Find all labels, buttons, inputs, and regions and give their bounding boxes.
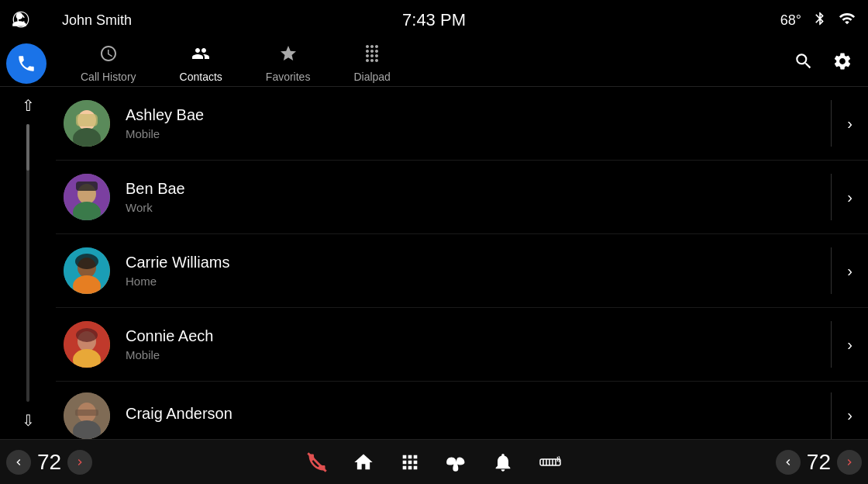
svg-point-11 <box>75 254 98 269</box>
connie-avatar-img <box>64 321 110 368</box>
svg-point-15 <box>76 328 98 342</box>
search-button[interactable] <box>794 51 814 76</box>
main-content: ⇧ ⇩ Ashley Bae Mobile › <box>0 87 868 439</box>
contact-avatar-ben <box>64 174 110 220</box>
tab-call-history[interactable]: Call History <box>59 40 158 88</box>
nav-tabs: Call History Contacts Favorites <box>59 40 794 88</box>
temp-increase-right[interactable] <box>837 450 862 475</box>
scroll-down-button[interactable]: ⇩ <box>16 408 40 433</box>
status-right: 68° <box>780 10 856 31</box>
contact-avatar-connie <box>64 321 110 368</box>
dialpad-icon <box>363 44 381 67</box>
ashley-avatar-img <box>64 100 110 147</box>
status-temperature: 68° <box>780 12 801 29</box>
nav-bar: Call History Contacts Favorites <box>0 40 868 87</box>
bottom-bar: 72 <box>0 439 868 484</box>
temp-decrease-right[interactable] <box>776 450 801 475</box>
contact-avatar-craig <box>64 392 110 439</box>
svg-rect-3 <box>76 114 98 126</box>
tab-favorites[interactable]: Favorites <box>244 40 332 88</box>
contact-info-connie: Connie Aech Mobile <box>126 327 815 361</box>
scroll-track <box>26 124 29 402</box>
svg-rect-19 <box>75 410 98 416</box>
contact-item-craig-anderson[interactable]: Craig Anderson › <box>56 382 868 439</box>
temp-value-left: 72 <box>37 450 61 475</box>
status-bar: Ⓒ John Smith 7:43 PM 68° <box>0 0 868 40</box>
contact-info-craig: Craig Anderson <box>126 405 815 426</box>
contact-chevron-connie[interactable]: › <box>847 336 852 354</box>
tab-dialpad[interactable]: Dialpad <box>332 40 412 88</box>
contact-type-ben: Work <box>126 201 815 214</box>
contact-item-ashley-bae[interactable]: Ashley Bae Mobile › <box>56 87 868 161</box>
craig-avatar-img <box>64 392 110 439</box>
status-time: 7:43 PM <box>402 10 466 30</box>
temp-increase-left[interactable] <box>67 450 92 475</box>
person-icon <box>11 11 28 28</box>
contact-chevron-ashley[interactable]: › <box>847 115 852 133</box>
end-call-button[interactable] <box>306 451 328 473</box>
svg-rect-7 <box>76 182 98 191</box>
contact-name-connie: Connie Aech <box>126 327 815 345</box>
tab-contacts[interactable]: Contacts <box>158 40 244 88</box>
sidebar: ⇧ ⇩ <box>0 87 56 439</box>
temp-decrease-left[interactable] <box>6 450 31 475</box>
contact-item-ben-bae[interactable]: Ben Bae Work › <box>56 161 868 234</box>
status-left: Ⓒ John Smith <box>12 9 132 32</box>
scroll-up-button[interactable]: ⇧ <box>16 93 40 118</box>
contact-name-carrie: Carrie Williams <box>126 254 815 271</box>
carrie-avatar-img <box>64 247 110 294</box>
contact-divider-5 <box>831 392 832 439</box>
contact-divider-4 <box>831 321 832 368</box>
tab-call-history-label: Call History <box>81 71 136 83</box>
fan-button[interactable] <box>446 451 467 473</box>
phone-icon <box>16 54 36 74</box>
contact-divider-3 <box>831 247 832 294</box>
contact-type-connie: Mobile <box>126 348 815 361</box>
temp-control-left: 72 <box>6 450 92 475</box>
contact-divider <box>831 100 832 147</box>
contact-chevron-carrie[interactable]: › <box>847 262 852 280</box>
contact-info-ashley: Ashley Bae Mobile <box>126 106 815 140</box>
scroll-thumb <box>26 124 29 171</box>
bottom-controls <box>306 451 562 473</box>
tab-contacts-label: Contacts <box>180 71 222 83</box>
contacts-list: Ashley Bae Mobile › Ben Bae Work › <box>56 87 868 439</box>
settings-button[interactable] <box>832 51 852 76</box>
tab-dialpad-label: Dialpad <box>353 71 390 83</box>
star-icon <box>279 44 298 67</box>
home-button[interactable] <box>353 451 374 473</box>
contact-avatar-carrie <box>64 247 110 294</box>
ben-avatar-img <box>64 174 110 220</box>
contact-item-carrie-williams[interactable]: Carrie Williams Home › <box>56 234 868 308</box>
apps-button[interactable] <box>399 451 421 473</box>
phone-button[interactable] <box>6 43 46 84</box>
contact-divider-2 <box>831 174 832 220</box>
nav-actions <box>794 51 862 76</box>
contact-avatar-ashley <box>64 100 110 147</box>
contact-name-ben: Ben Bae <box>126 180 815 198</box>
notification-button[interactable] <box>492 451 514 473</box>
user-name: John Smith <box>62 12 132 29</box>
contact-name-ashley: Ashley Bae <box>126 106 815 124</box>
contact-type-carrie: Home <box>126 275 815 288</box>
clock-icon <box>99 44 118 67</box>
temp-value-right: 72 <box>807 450 831 475</box>
contacts-icon <box>191 44 210 67</box>
contact-info-carrie: Carrie Williams Home <box>126 254 815 288</box>
bluetooth-icon <box>812 11 828 30</box>
contact-type-ashley: Mobile <box>126 127 815 140</box>
contact-name-craig: Craig Anderson <box>126 405 815 423</box>
contact-chevron-ben[interactable]: › <box>847 188 852 206</box>
rear-defroster-button[interactable] <box>539 451 562 473</box>
signal-icon <box>839 10 856 31</box>
temp-control-right: 72 <box>776 450 862 475</box>
tab-favorites-label: Favorites <box>266 71 311 83</box>
contact-item-connie-aech[interactable]: Connie Aech Mobile › <box>56 308 868 382</box>
contact-info-ben: Ben Bae Work <box>126 180 815 214</box>
contact-chevron-craig[interactable]: › <box>847 406 852 424</box>
